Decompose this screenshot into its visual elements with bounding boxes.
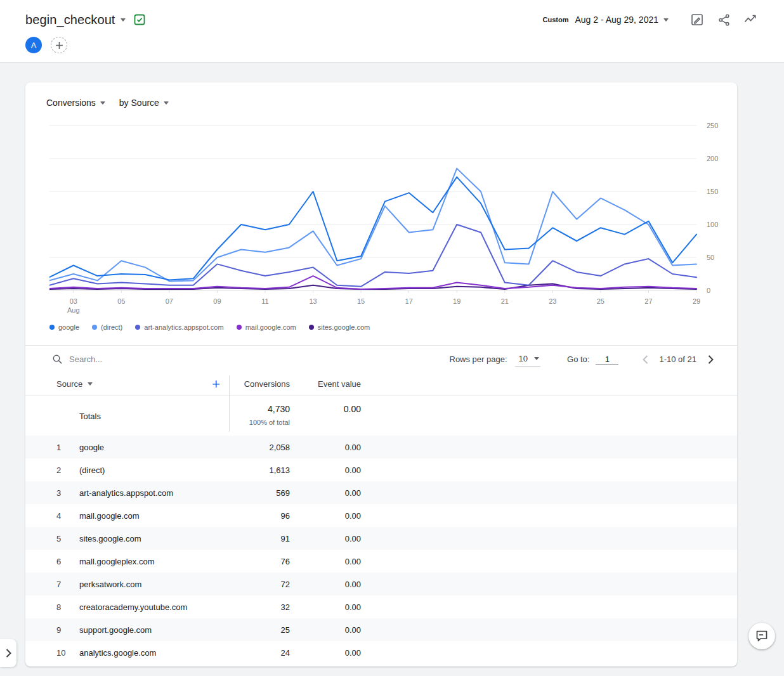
svg-text:27: 27 — [644, 297, 652, 305]
column-header-conversions[interactable]: Conversions — [229, 379, 290, 389]
svg-text:15: 15 — [357, 297, 365, 305]
row-source: sites.google.com — [79, 534, 229, 543]
next-page-button[interactable] — [703, 352, 718, 367]
add-comparison-button[interactable] — [51, 37, 67, 53]
totals-share: 100% of total — [229, 419, 290, 426]
row-conversions: 76 — [229, 557, 290, 566]
table-row[interactable]: 9support.google.com250.00 — [25, 618, 737, 641]
source-header-label: Source — [56, 379, 82, 389]
table-row[interactable]: 6mall.googleplex.com760.00 — [25, 550, 737, 573]
legend-label: mail.google.com — [245, 323, 296, 331]
svg-text:150: 150 — [707, 188, 718, 195]
column-header-event-value[interactable]: Event value — [290, 379, 361, 389]
report-card: Conversions by Source 05010015020025003A… — [25, 82, 737, 666]
row-event-value: 0.00 — [290, 602, 361, 612]
legend-label: sites.google.com — [318, 323, 370, 331]
legend-dot — [92, 325, 97, 330]
totals-conversions: 4,730 — [229, 404, 290, 414]
table-row[interactable]: 5sites.google.com910.00 — [25, 527, 737, 550]
dimension-selector[interactable]: by Source — [119, 98, 169, 108]
feedback-bubble-icon — [755, 629, 769, 643]
table-row[interactable]: 10analytics.google.com240.00 — [25, 641, 737, 664]
insights-icon[interactable] — [742, 11, 759, 28]
row-conversions: 1,613 — [229, 465, 290, 475]
legend-dot — [237, 325, 242, 330]
legend-dot — [309, 325, 314, 330]
previous-page-button[interactable] — [637, 352, 653, 367]
conversion-check-icon[interactable] — [133, 13, 146, 26]
row-source: (direct) — [79, 465, 229, 475]
date-mode-label: Custom — [542, 16, 568, 23]
legend-item: (direct) — [92, 323, 122, 331]
row-index: 10 — [25, 648, 79, 658]
date-range-selector[interactable]: Aug 2 - Aug 29, 2021 — [575, 15, 669, 25]
svg-text:05: 05 — [117, 297, 125, 305]
row-index: 7 — [25, 580, 79, 589]
table-header-row: Source + Conversions Event value — [25, 373, 737, 396]
legend-item: art-analytics.appspot.com — [135, 323, 223, 331]
search-input[interactable] — [69, 354, 234, 364]
svg-text:200: 200 — [707, 155, 718, 162]
legend-item: sites.google.com — [309, 323, 370, 331]
date-range-text: Aug 2 - Aug 29, 2021 — [575, 15, 658, 25]
metric-selector[interactable]: Conversions — [46, 98, 105, 108]
row-index: 3 — [25, 488, 79, 498]
row-index: 8 — [25, 602, 79, 612]
row-source: art-analytics.appspot.com — [79, 488, 229, 498]
chevron-down-icon — [534, 357, 539, 360]
report-title-selector[interactable]: begin_checkout — [25, 13, 126, 27]
row-event-value: 0.00 — [290, 534, 361, 543]
legend-item: google — [49, 323, 79, 331]
svg-text:23: 23 — [549, 297, 556, 305]
svg-text:Aug: Aug — [67, 306, 80, 314]
row-index: 2 — [25, 465, 79, 475]
row-event-value: 0.00 — [290, 488, 361, 498]
row-event-value: 0.00 — [290, 625, 361, 635]
row-source: analytics.google.com — [79, 648, 229, 658]
expand-nav-button[interactable] — [0, 639, 16, 667]
row-conversions: 2,058 — [229, 443, 290, 452]
legend-label: google — [58, 323, 79, 331]
goto-page-input[interactable] — [596, 354, 618, 365]
table-body: 1google2,0580.002(direct)1,6130.003art-a… — [25, 436, 737, 664]
column-header-source[interactable]: Source — [56, 379, 93, 389]
rows-per-page-value: 10 — [519, 354, 528, 363]
row-source: perksatwork.com — [79, 580, 229, 589]
report-header: begin_checkout Custom Aug 2 - Aug 29, 20… — [0, 0, 784, 63]
add-column-button[interactable]: + — [212, 377, 220, 391]
svg-text:0: 0 — [707, 287, 710, 294]
rows-per-page-select[interactable]: 10 — [515, 353, 540, 367]
table-row[interactable]: 3art-analytics.appspot.com5690.00 — [25, 481, 737, 504]
svg-text:03: 03 — [70, 297, 77, 305]
table-row[interactable]: 2(direct)1,6130.00 — [25, 458, 737, 481]
row-conversions: 96 — [229, 511, 290, 521]
totals-row: Totals 4,730 100% of total 0.00 — [25, 396, 737, 436]
table-row[interactable]: 1google2,0580.00 — [25, 436, 737, 458]
goto-label: Go to: — [567, 354, 589, 364]
chevron-down-icon — [121, 18, 126, 22]
totals-event-value: 0.00 — [290, 404, 361, 414]
line-chart: 05010015020025003Aug05070911131517192123… — [49, 118, 737, 316]
svg-text:13: 13 — [309, 297, 317, 305]
row-source: mall.googleplex.com — [79, 557, 229, 566]
row-event-value: 0.00 — [290, 465, 361, 475]
avatar-letter: A — [31, 41, 37, 50]
row-conversions: 25 — [229, 625, 290, 635]
table-row[interactable]: 4mail.google.com960.00 — [25, 504, 737, 527]
row-index: 1 — [25, 443, 79, 452]
column-divider — [229, 375, 230, 432]
feedback-button[interactable] — [748, 623, 775, 649]
row-source: support.google.com — [79, 625, 229, 635]
share-icon[interactable] — [715, 11, 732, 28]
table-row[interactable]: 7perksatwork.com720.00 — [25, 573, 737, 595]
svg-text:09: 09 — [213, 297, 221, 305]
edit-report-icon[interactable] — [689, 11, 705, 28]
metric-selector-label: Conversions — [46, 98, 96, 108]
legend-dot — [49, 325, 55, 330]
comparison-chip-all-users[interactable]: A — [25, 37, 42, 53]
table-row[interactable]: 8creatoracademy.youtube.com320.00 — [25, 595, 737, 618]
row-event-value: 0.00 — [290, 511, 361, 521]
totals-label: Totals — [79, 404, 229, 421]
chevron-down-icon — [100, 101, 105, 105]
row-conversions: 569 — [229, 488, 290, 498]
